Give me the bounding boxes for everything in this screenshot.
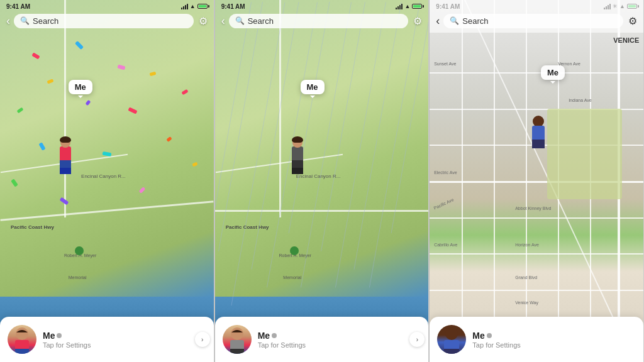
map-3[interactable]: Sunset Ave Vernon Ave Indiana Ave Electr… <box>430 0 643 362</box>
street-label-electric: Electric Ave <box>434 170 457 175</box>
header-2: ‹ 🔍 Search ⚙ <box>215 0 429 33</box>
card-sub-3[interactable]: Tap for Settings <box>472 341 636 349</box>
search-icon-3: 🔍 <box>450 16 459 25</box>
panel-2: 9:41 AM ▲ ‹ 🔍 Search ⚙ <box>215 0 430 362</box>
tree-2 <box>290 246 299 255</box>
search-bar-3[interactable]: 🔍 Search <box>443 14 623 28</box>
verified-dot-1 <box>57 333 62 338</box>
street-label-venice-way: Venice Way <box>515 300 538 305</box>
svg-rect-2 <box>15 349 29 354</box>
road-label-4: Pacific Coast Hwy <box>226 224 269 230</box>
park-label-5: Memorial <box>283 275 301 280</box>
road-label-1: Encinal Canyon R... <box>81 173 126 179</box>
map-avatar-1 <box>60 138 71 174</box>
street-label-indiana: Indiana Ave <box>569 98 591 102</box>
card-info-3: Me Tap for Settings <box>472 331 636 349</box>
search-bar-1[interactable]: 🔍 Search <box>14 14 194 28</box>
street-label-pacific: Pacific Ave <box>433 197 455 211</box>
card-sub-2[interactable]: Tap for Settings <box>258 341 421 349</box>
map-2[interactable]: Encinal Canyon R... Pacific Coast Hwy Ro… <box>215 0 429 362</box>
card-sub-1[interactable]: Tap for Settings <box>43 341 206 349</box>
svg-rect-8 <box>444 349 459 354</box>
street-label-abbot: Abbot Kinney Blvd <box>515 206 551 211</box>
street-label-horizon: Horizon Ave <box>515 243 539 247</box>
search-text-1: Search <box>33 16 58 26</box>
me-tooltip-2: Me <box>301 80 325 94</box>
me-tooltip-3: Me <box>541 65 565 80</box>
street-label-sunset: Sunset Ave <box>434 62 456 66</box>
search-text-2: Search <box>248 16 274 26</box>
svg-point-6 <box>445 327 458 340</box>
street-label-grand: Grand Blvd <box>515 275 537 280</box>
back-button-1[interactable]: ‹ <box>6 14 10 28</box>
card-info-2: Me Tap for Settings <box>258 331 421 349</box>
panel-3: 9:41 AM ✳ ▲ ‹ 🔍 Search ⚙ <box>430 0 644 362</box>
settings-button-3[interactable]: ⚙ <box>628 15 637 27</box>
settings-button-1[interactable]: ⚙ <box>199 15 208 27</box>
search-text-3: Search <box>462 16 488 26</box>
scroll-indicator-2[interactable]: › <box>409 332 425 347</box>
verified-dot-2 <box>272 333 277 338</box>
card-name-2: Me <box>258 331 421 341</box>
road-label-2: Pacific Coast Hwy <box>11 224 54 230</box>
street-label-cabrillo: Cabrillo Ave <box>434 243 457 247</box>
header-3: ‹ 🔍 Search ⚙ <box>430 0 643 33</box>
card-info-1: Me Tap for Settings <box>43 331 206 349</box>
map-avatar-2 <box>292 138 303 174</box>
svg-point-3 <box>231 327 243 340</box>
bottom-card-1: Me Tap for Settings › <box>0 317 214 362</box>
svg-point-0 <box>16 327 28 340</box>
avatar-3 <box>437 325 466 354</box>
park-area <box>547 109 622 199</box>
road-label-3: Encinal Canyon R... <box>296 173 341 179</box>
back-button-2[interactable]: ‹ <box>221 14 225 28</box>
search-bar-2[interactable]: 🔍 Search <box>229 14 409 28</box>
park-label-2: Memorial <box>69 275 87 280</box>
map-1[interactable]: Encinal Canyon R... Pacific Coast Hwy Ro… <box>0 0 214 362</box>
bottom-card-3: Me Tap for Settings <box>430 317 643 362</box>
panel-1: 9:41 AM ▲ ‹ 🔍 Search ⚙ <box>0 0 214 362</box>
avatar-2 <box>223 325 252 354</box>
svg-rect-5 <box>230 349 244 354</box>
avatar-1 <box>8 325 36 354</box>
bottom-card-2: Me Tap for Settings › <box>215 317 429 362</box>
search-icon-1: 🔍 <box>20 16 30 25</box>
header-1: ‹ 🔍 Search ⚙ <box>0 0 214 33</box>
back-button-3[interactable]: ‹ <box>436 14 440 28</box>
verified-dot-3 <box>487 333 492 338</box>
settings-button-2[interactable]: ⚙ <box>413 15 422 27</box>
card-name-1: Me <box>43 331 206 341</box>
street-label-venice: VENICE <box>613 36 639 44</box>
search-icon-2: 🔍 <box>235 16 245 25</box>
map-avatar-3 <box>532 116 545 148</box>
scroll-indicator-1[interactable]: › <box>195 332 210 347</box>
card-name-3: Me <box>472 331 636 341</box>
tree-1 <box>75 246 84 255</box>
me-tooltip-1: Me <box>69 80 92 94</box>
